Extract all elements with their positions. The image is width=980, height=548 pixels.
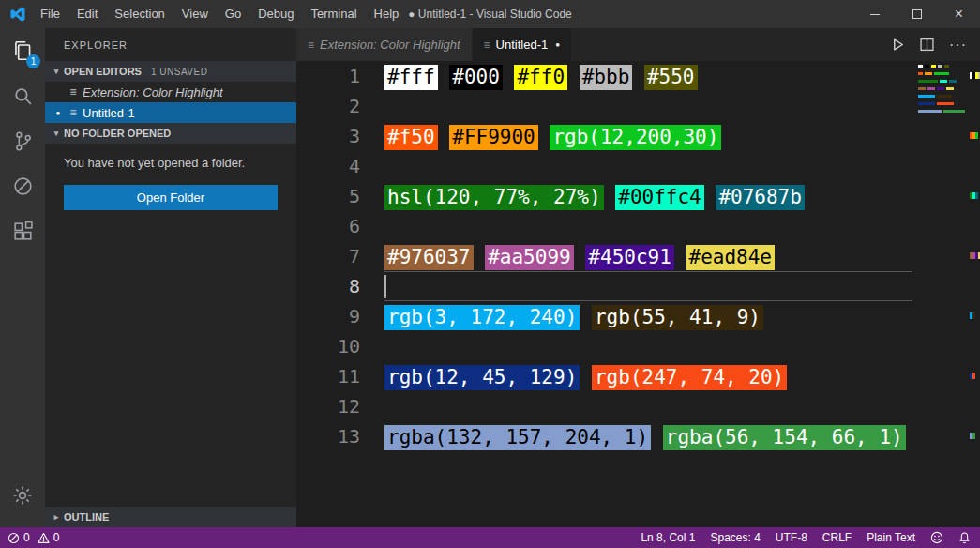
menu-file[interactable]: File <box>32 0 68 28</box>
code-line-content[interactable]: rgb(3, 172, 240) rgb(55, 41, 9) <box>384 301 912 331</box>
warning-count: 0 <box>53 531 60 544</box>
tab-untitled-1[interactable]: ≡Untitled-1● <box>473 28 573 61</box>
maximize-button[interactable] <box>896 0 938 28</box>
open-folder-button[interactable]: Open Folder <box>64 185 278 210</box>
code-line-content[interactable]: hsl(120, 77%, 27%) #00ffc4 #07687b <box>384 181 912 211</box>
color-token[interactable]: rgba(132, 157, 204, 1) <box>384 425 651 450</box>
code-line: 10 <box>296 331 980 361</box>
color-token[interactable]: #FF9900 <box>449 125 538 150</box>
smiley-icon <box>930 531 943 544</box>
chevron-right-icon: ▸ <box>49 512 64 522</box>
line-number: 13 <box>296 421 360 451</box>
minimap[interactable] <box>916 65 969 527</box>
eol-status[interactable]: CRLF <box>822 531 852 544</box>
menu-terminal[interactable]: Terminal <box>302 0 365 28</box>
feedback-smiley-button[interactable] <box>930 531 943 544</box>
notifications-button[interactable] <box>958 531 971 544</box>
code-line-content[interactable] <box>384 151 912 181</box>
activity-explorer-button[interactable]: 1 <box>0 28 45 73</box>
color-token[interactable]: #ff0 <box>514 65 567 90</box>
color-token[interactable]: #f50 <box>384 125 438 150</box>
close-button[interactable]: × <box>938 0 980 28</box>
settings-button[interactable] <box>0 473 45 518</box>
overview-ruler[interactable] <box>969 61 980 527</box>
minimap-token <box>918 87 926 90</box>
color-token[interactable]: #07687b <box>716 185 805 210</box>
editor-actions: ··· <box>891 28 980 61</box>
chevron-down-icon: ▾ <box>49 129 64 138</box>
color-token[interactable]: #aa5099 <box>485 245 574 270</box>
title-bar: FileEditSelectionViewGoDebugTerminalHelp… <box>0 0 980 28</box>
code-line-content[interactable]: #fff #000 #ff0 #bbb #550 <box>384 61 912 91</box>
cursor-position-status[interactable]: Ln 8, Col 1 <box>641 531 695 544</box>
outline-header[interactable]: ▸ OUTLINE <box>45 507 296 527</box>
debug-icon <box>11 175 35 198</box>
close-icon: × <box>955 7 963 22</box>
activity-source-control-button[interactable] <box>0 118 45 163</box>
code-line-content[interactable] <box>384 331 912 361</box>
vscode-window: FileEditSelectionViewGoDebugTerminalHelp… <box>0 0 980 548</box>
code-line-content[interactable] <box>384 91 912 121</box>
code-line-content[interactable]: rgb(12, 45, 129) rgb(247, 74, 20) <box>384 361 912 391</box>
menu-debug[interactable]: Debug <box>249 0 302 28</box>
activity-search-button[interactable] <box>0 73 45 118</box>
split-editor-button[interactable] <box>920 38 934 52</box>
color-token[interactable]: rgb(3, 172, 240) <box>384 305 580 330</box>
code-line-content[interactable] <box>384 211 912 241</box>
color-token[interactable]: rgb(247, 74, 20) <box>592 365 787 390</box>
menu-edit[interactable]: Edit <box>68 0 106 28</box>
color-token[interactable]: rgb(12,200,30) <box>550 125 721 150</box>
problems-status[interactable]: 0 0 <box>8 531 59 544</box>
color-token[interactable]: #00ffc4 <box>615 185 704 210</box>
color-token[interactable]: #550 <box>644 65 698 90</box>
code-line: 9rgb(3, 172, 240) rgb(55, 41, 9) <box>296 301 980 331</box>
encoding-status[interactable]: UTF-8 <box>776 531 807 544</box>
menu-view[interactable]: View <box>173 0 217 28</box>
no-folder-header[interactable]: ▾ NO FOLDER OPENED <box>45 123 296 144</box>
menu-help[interactable]: Help <box>366 0 408 28</box>
open-editor-item[interactable]: ≡Extension: Color Highlight <box>45 82 296 102</box>
code-line-content[interactable] <box>384 391 912 421</box>
minimap-token <box>927 87 935 90</box>
open-editors-header[interactable]: ▾ OPEN EDITORS 1 UNSAVED <box>45 61 296 82</box>
line-number: 7 <box>296 241 360 271</box>
color-token[interactable]: #000 <box>449 65 503 90</box>
code-line: 1#fff #000 #ff0 #bbb #550 <box>296 61 980 91</box>
code-line-content[interactable]: rgba(132, 157, 204, 1) rgba(56, 154, 66,… <box>384 421 912 451</box>
code-line: 8 <box>296 271 980 301</box>
color-token[interactable]: rgb(12, 45, 129) <box>384 365 580 390</box>
language-mode-status[interactable]: Plain Text <box>867 531 915 544</box>
activity-extensions-button[interactable] <box>0 208 45 253</box>
minimize-button[interactable] <box>853 0 896 28</box>
minimap-line <box>916 95 969 98</box>
more-actions-button[interactable]: ··· <box>949 38 967 53</box>
code-line-content[interactable]: #f50 #FF9900 rgb(12,200,30) <box>384 121 912 151</box>
color-token[interactable]: #fff <box>384 65 438 90</box>
extensions-icon <box>11 220 35 243</box>
activity-debug-button[interactable] <box>0 163 45 208</box>
tab-extension-color-highlight[interactable]: ≡Extension: Color Highlight <box>296 28 473 61</box>
color-token[interactable]: hsl(120, 77%, 27%) <box>384 185 604 210</box>
code-editor[interactable]: 1#fff #000 #ff0 #bbb #55023#f50 #FF9900 … <box>296 61 980 527</box>
run-button[interactable] <box>891 38 905 52</box>
menu-selection[interactable]: Selection <box>106 0 173 28</box>
minimap-line <box>916 87 969 90</box>
line-number: 5 <box>296 181 360 211</box>
outline-label: OUTLINE <box>64 511 109 523</box>
color-token[interactable]: rgba(56, 154, 66, 1) <box>663 425 906 450</box>
color-token[interactable]: #450c91 <box>585 245 674 270</box>
menu-go[interactable]: Go <box>217 0 249 28</box>
color-token[interactable]: #bbb <box>580 65 633 90</box>
line-number: 1 <box>296 61 360 91</box>
code-line-content[interactable] <box>384 271 912 301</box>
code-line-content[interactable]: #976037 #aa5099 #450c91 #ead84e <box>384 241 912 271</box>
window-title: ● Untitled-1 - Visual Studio Code <box>408 8 571 21</box>
minimap-token <box>918 65 923 68</box>
file-icon: ≡ <box>66 106 81 119</box>
color-token[interactable]: #ead84e <box>686 245 776 270</box>
indentation-status[interactable]: Spaces: 4 <box>710 531 760 544</box>
open-editor-item[interactable]: ●≡Untitled-1 <box>45 102 296 123</box>
color-token[interactable]: #976037 <box>384 245 474 270</box>
color-token[interactable]: rgb(55, 41, 9) <box>592 305 763 330</box>
minimap-line <box>916 80 969 83</box>
